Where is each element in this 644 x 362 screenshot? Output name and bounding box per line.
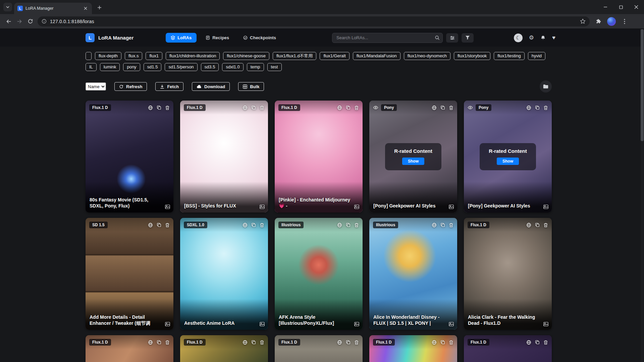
- trash-icon[interactable]: [543, 340, 548, 345]
- tag-chip[interactable]: sd1.5/person: [165, 63, 197, 71]
- copy-icon[interactable]: [251, 105, 256, 110]
- filter-button[interactable]: [462, 33, 474, 43]
- tag-chip[interactable]: lumink: [100, 63, 120, 71]
- tab-close-icon[interactable]: [83, 5, 89, 11]
- lora-card[interactable]: Flux.1 D 80s Fantasy Movie (SD1.5, SDXL,…: [86, 101, 173, 213]
- globe-icon[interactable]: [243, 105, 248, 110]
- refresh-button[interactable]: [25, 16, 36, 27]
- scrollbar-thumb[interactable]: [641, 29, 644, 141]
- copy-icon[interactable]: [157, 105, 161, 110]
- globe-icon[interactable]: [148, 340, 153, 345]
- lora-card[interactable]: Illustrious AFK Arena Style [Illustrious…: [275, 218, 363, 330]
- refresh-loras-button[interactable]: Refresh: [114, 82, 147, 91]
- trash-icon[interactable]: [165, 223, 170, 228]
- globe-icon[interactable]: [337, 340, 342, 345]
- image-icon[interactable]: [165, 322, 170, 326]
- tag-chip[interactable]: flux.s: [125, 52, 142, 60]
- tag-chip[interactable]: flux1/children-illustration: [166, 52, 220, 60]
- globe-icon[interactable]: [337, 223, 342, 228]
- extensions-icon[interactable]: [593, 16, 604, 27]
- tag-chip[interactable]: flux1/testing: [494, 52, 524, 60]
- sort-select[interactable]: Name: [86, 82, 106, 90]
- theme-toggle-moon-icon[interactable]: ☾: [514, 34, 523, 42]
- nsfw-show-button[interactable]: Show: [402, 158, 424, 165]
- download-button[interactable]: Download: [192, 82, 230, 91]
- globe-icon[interactable]: [432, 223, 437, 228]
- tag-chip[interactable]: flux1/Geralt: [320, 52, 349, 60]
- address-bar[interactable]: 127.0.0.1:8188/loras: [38, 16, 590, 26]
- trash-icon[interactable]: [260, 105, 264, 110]
- image-icon[interactable]: [354, 322, 359, 326]
- tag-chip[interactable]: [86, 52, 92, 60]
- image-icon[interactable]: [543, 204, 548, 209]
- lora-card[interactable]: Flux.1 D: [369, 335, 457, 362]
- window-maximize-button[interactable]: [613, 0, 629, 14]
- globe-icon[interactable]: [148, 223, 153, 228]
- lora-card[interactable]: Flux.1 D: [464, 335, 552, 362]
- search-icon[interactable]: [435, 35, 440, 40]
- tab-search-button[interactable]: [3, 3, 12, 11]
- globe-icon[interactable]: [243, 340, 248, 345]
- tag-chip[interactable]: flux1/chinese-goose: [223, 52, 269, 60]
- image-icon[interactable]: [165, 204, 170, 209]
- copy-icon[interactable]: [440, 340, 445, 345]
- tag-chip[interactable]: flux1: [146, 52, 162, 60]
- folder-button[interactable]: [540, 80, 552, 93]
- fetch-button[interactable]: Fetch: [155, 82, 183, 91]
- tag-chip[interactable]: flux1/neo-dynomech: [404, 52, 450, 60]
- lora-card[interactable]: Flux.1 D Alicia Clark - Fear the Walking…: [464, 218, 552, 330]
- trash-icon[interactable]: [354, 340, 359, 345]
- copy-icon[interactable]: [346, 340, 351, 345]
- trash-icon[interactable]: [165, 105, 170, 110]
- copy-icon[interactable]: [440, 223, 445, 228]
- trash-icon[interactable]: [354, 105, 359, 110]
- globe-icon[interactable]: [526, 340, 531, 345]
- trash-icon[interactable]: [260, 340, 264, 345]
- trash-icon[interactable]: [543, 223, 548, 228]
- tag-chip[interactable]: hyvid: [528, 52, 545, 60]
- image-icon[interactable]: [354, 204, 359, 209]
- trash-icon[interactable]: [260, 223, 264, 228]
- lora-card[interactable]: SDXL 1.0 Aesthetic Anime LoRA: [180, 218, 268, 330]
- lora-card[interactable]: Flux.1 D [BSS] - Styles for FLUX: [180, 101, 268, 213]
- lora-card[interactable]: Illustrious Alice In Wonderland! Disney …: [369, 218, 457, 330]
- window-minimize-button[interactable]: [598, 0, 613, 14]
- window-close-button[interactable]: [629, 0, 644, 14]
- lora-card[interactable]: Flux.1 D: [86, 335, 173, 362]
- trash-icon[interactable]: [165, 340, 170, 345]
- tag-chip[interactable]: test: [267, 63, 282, 71]
- new-tab-button[interactable]: [95, 3, 104, 12]
- copy-icon[interactable]: [535, 340, 540, 345]
- copy-icon[interactable]: [157, 223, 161, 228]
- browser-tab[interactable]: L LoRA Manager: [14, 3, 92, 14]
- lora-card[interactable]: Flux.1 D: [275, 335, 363, 362]
- globe-icon[interactable]: [243, 223, 248, 228]
- notifications-bell-icon[interactable]: [540, 35, 546, 41]
- tag-chip[interactable]: flux1/storybook: [454, 52, 490, 60]
- browser-menu-icon[interactable]: [619, 16, 630, 27]
- tag-chip[interactable]: sd3.5: [201, 63, 219, 71]
- copy-icon[interactable]: [535, 223, 540, 228]
- tag-chip[interactable]: flux-depth: [95, 52, 121, 60]
- globe-icon[interactable]: [337, 105, 342, 110]
- globe-icon[interactable]: [148, 105, 153, 110]
- tab-checkpoints[interactable]: Checkpoints: [238, 33, 281, 43]
- support-heart-icon[interactable]: ♥: [552, 35, 555, 41]
- tag-chip[interactable]: pony: [123, 63, 140, 71]
- copy-icon[interactable]: [251, 223, 256, 228]
- site-info-icon[interactable]: [42, 19, 47, 24]
- tag-chip[interactable]: IL: [86, 63, 97, 71]
- tag-chip[interactable]: flux1/MandalaFusion: [353, 52, 400, 60]
- globe-icon[interactable]: [432, 340, 437, 345]
- image-icon[interactable]: [449, 322, 454, 326]
- tag-chip[interactable]: flux1/flux1.d不常用: [273, 52, 316, 60]
- image-icon[interactable]: [260, 204, 265, 209]
- trash-icon[interactable]: [354, 223, 359, 228]
- trash-icon[interactable]: [449, 223, 453, 228]
- settings-gear-icon[interactable]: ⚙: [529, 34, 534, 41]
- lora-card[interactable]: Flux.1 D: [180, 335, 268, 362]
- nsfw-show-button[interactable]: Show: [497, 158, 519, 165]
- bulk-button[interactable]: Bulk: [238, 82, 264, 91]
- lora-card[interactable]: SD 1.5 Add More Details - Detail Enhance…: [86, 218, 173, 330]
- tab-recipes[interactable]: Recipes: [201, 33, 234, 43]
